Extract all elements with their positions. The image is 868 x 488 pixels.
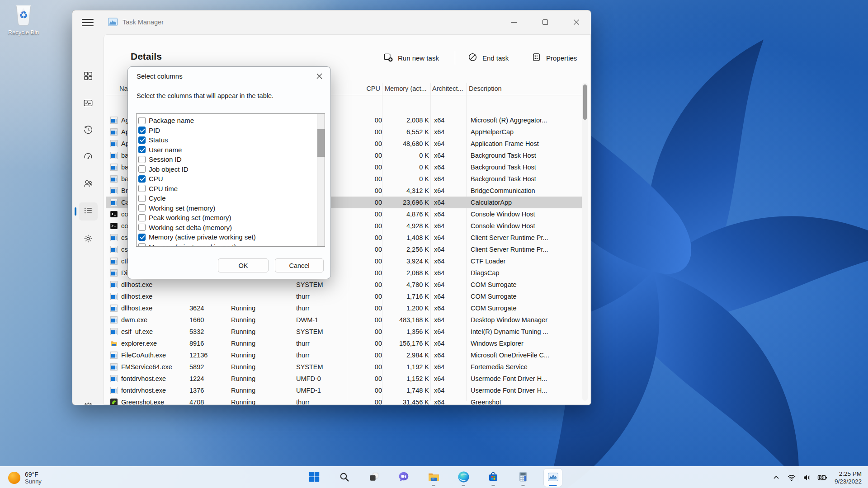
- dialog-close-icon[interactable]: [312, 70, 326, 82]
- checkbox-unchecked[interactable]: [138, 165, 146, 173]
- column-option[interactable]: Peak working set (memory): [138, 213, 231, 223]
- checkbox-unchecked[interactable]: [138, 156, 146, 163]
- taskbar-icon-search[interactable]: [335, 469, 353, 487]
- column-header-description[interactable]: Description: [469, 83, 582, 94]
- volume-icon[interactable]: [799, 469, 815, 487]
- column-option[interactable]: Working set delta (memory): [138, 223, 232, 233]
- cell-arch: x64: [434, 185, 466, 197]
- sidebar-item-processes[interactable]: [79, 68, 98, 86]
- sidebar-item-users[interactable]: [79, 175, 98, 193]
- sidebar-item-app-history[interactable]: [79, 122, 98, 140]
- minimize-button[interactable]: [506, 15, 522, 29]
- checkbox-unchecked[interactable]: [138, 214, 146, 221]
- cell-desc: Greenshot: [471, 396, 583, 405]
- recycle-bin[interactable]: ♻ Recycle Bin: [4, 4, 43, 36]
- maximize-button[interactable]: [538, 15, 553, 29]
- checkbox-unchecked[interactable]: [138, 185, 146, 192]
- checkbox-checked[interactable]: [138, 234, 146, 241]
- run-new-task-button[interactable]: Run new task: [383, 49, 439, 66]
- cancel-button[interactable]: Cancel: [275, 258, 324, 272]
- column-option[interactable]: User name: [138, 145, 182, 155]
- file-explorer-icon: [428, 471, 440, 485]
- taskbar-icon-edge[interactable]: [454, 469, 472, 487]
- dialog-description: Select the columns that will appear in t…: [137, 92, 274, 99]
- column-option[interactable]: Memory (private working set): [138, 242, 236, 247]
- desktop: ♻ Recycle Bin Task Manager Details: [0, 0, 868, 488]
- column-option-label: Working set delta (memory): [149, 224, 232, 231]
- running-indicator: [522, 485, 525, 486]
- clock[interactable]: 2:25 PM 9/23/2022: [835, 470, 862, 485]
- column-option[interactable]: CPU: [138, 174, 163, 184]
- sidebar-item-startup-apps[interactable]: [79, 148, 98, 166]
- checkbox-unchecked[interactable]: [138, 224, 146, 231]
- cell-name: dllhost.exe: [121, 279, 188, 291]
- sidebar-item-services[interactable]: [79, 230, 98, 249]
- table-row[interactable]: dllhost.exethurr001,716 Kx64COM Surrogat…: [106, 291, 582, 302]
- taskbar-icon-file-explorer[interactable]: [425, 469, 443, 487]
- titlebar[interactable]: Task Manager: [72, 10, 591, 34]
- cell-mem: 31,456 K: [375, 396, 429, 405]
- table-row[interactable]: Greenshot.exe4708Runningthurr0031,456 Kx…: [106, 396, 582, 405]
- table-row[interactable]: FileCoAuth.exe12136Runningthurr002,984 K…: [106, 349, 582, 361]
- column-option[interactable]: CPU time: [138, 184, 178, 194]
- checkbox-checked[interactable]: [138, 136, 146, 144]
- listbox-scrollbar[interactable]: [317, 114, 325, 246]
- column-header-cpu[interactable]: CPU: [344, 83, 380, 94]
- cell-mem: 1,192 K: [375, 361, 429, 373]
- end-task-button[interactable]: End task: [468, 49, 509, 66]
- weather-widget[interactable]: 69°F Sunny: [8, 467, 42, 488]
- battery-charging-icon[interactable]: [815, 469, 830, 487]
- chevron-up-icon[interactable]: [769, 469, 784, 487]
- table-row[interactable]: dllhost.exeSYSTEM004,780 Kx64COM Surroga…: [106, 279, 582, 291]
- properties-button[interactable]: Properties: [532, 49, 577, 66]
- column-option[interactable]: Working set (memory): [138, 203, 215, 213]
- sidebar-item-settings[interactable]: [79, 399, 98, 405]
- checkbox-unchecked[interactable]: [138, 117, 146, 124]
- table-row[interactable]: dwm.exe1660RunningDWM-100483,168 Kx64Des…: [106, 314, 582, 326]
- checkbox-checked[interactable]: [138, 175, 146, 183]
- table-row[interactable]: dllhost.exe3624Runningthurr001,200 Kx64C…: [106, 302, 582, 314]
- sidebar-item-performance[interactable]: [79, 95, 98, 113]
- column-option[interactable]: PID: [138, 126, 160, 136]
- taskbar-icon-calculator[interactable]: [514, 469, 532, 487]
- checkbox-checked[interactable]: [138, 127, 146, 134]
- checkbox-unchecked[interactable]: [138, 204, 146, 211]
- checkbox-checked[interactable]: [138, 146, 146, 153]
- column-header-memory-act-[interactable]: Memory (act...: [385, 83, 439, 94]
- table-row[interactable]: fontdrvhost.exe1224RunningUMFD-0001,152 …: [106, 373, 582, 385]
- close-button[interactable]: [569, 15, 584, 29]
- taskbar-icon-task-view[interactable]: [365, 469, 383, 487]
- table-row[interactable]: esif_uf.exe5332RunningSYSTEM001,356 Kx64…: [106, 326, 582, 338]
- column-option[interactable]: Status: [138, 135, 168, 145]
- listbox-scrollbar-thumb[interactable]: [317, 129, 325, 157]
- cell-mem: 3,924 K: [375, 255, 429, 267]
- hamburger-menu-icon[interactable]: [82, 17, 94, 28]
- column-option[interactable]: Session ID: [138, 155, 182, 164]
- column-option[interactable]: Package name: [138, 116, 194, 126]
- cell-status: [231, 291, 276, 302]
- column-header-architect-[interactable]: Architect...: [432, 83, 466, 94]
- taskbar-icon-chat[interactable]: [395, 469, 413, 487]
- wifi-icon[interactable]: [784, 469, 799, 487]
- table-row[interactable]: fontdrvhost.exe1376RunningUMFD-1001,748 …: [106, 385, 582, 396]
- taskbar-icon-task-manager[interactable]: [544, 469, 562, 487]
- checkbox-unchecked[interactable]: [138, 195, 146, 202]
- taskbar-icon-start[interactable]: [305, 469, 323, 487]
- columns-listbox: Package namePIDStatusUser nameSession ID…: [136, 113, 325, 247]
- column-option[interactable]: Memory (active private working set): [138, 232, 256, 242]
- checkbox-unchecked[interactable]: [138, 243, 146, 247]
- table-scrollbar-thumb[interactable]: [583, 84, 587, 120]
- calculator-icon: [517, 471, 529, 484]
- sidebar-item-details[interactable]: [79, 202, 98, 221]
- cell-name: dllhost.exe: [121, 291, 188, 302]
- column-option[interactable]: Job object ID: [138, 164, 189, 174]
- table-scrollbar[interactable]: [582, 83, 588, 401]
- table-row[interactable]: explorer.exe8916Runningthurr00156,176 Kx…: [106, 338, 582, 349]
- table-row[interactable]: FMService64.exe5892RunningSYSTEM001,192 …: [106, 361, 582, 373]
- process-app-icon: [110, 352, 118, 359]
- cell-status: [231, 279, 276, 291]
- ok-button[interactable]: OK: [218, 258, 269, 272]
- cell-status: Running: [231, 385, 276, 396]
- taskbar-icon-store[interactable]: [484, 469, 502, 487]
- column-option[interactable]: Cycle: [138, 193, 166, 203]
